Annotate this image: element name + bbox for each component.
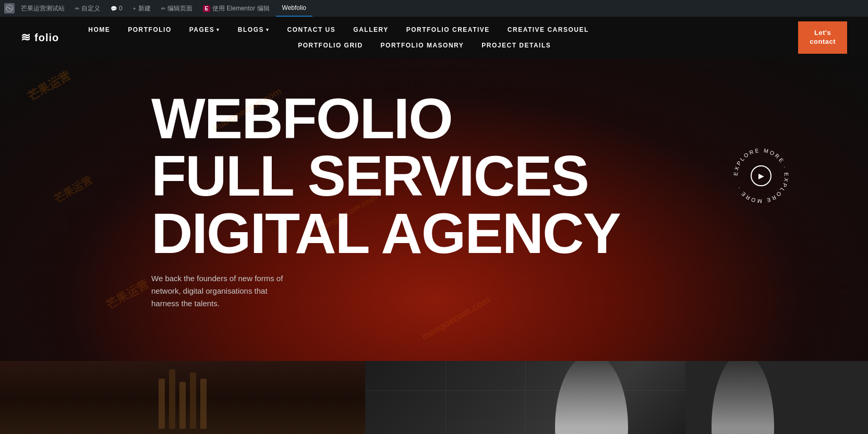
nav-top-row: HOME PORTFOLIO PAGES ▾ BLOGS ▾ CONTACT U… [80, 23, 788, 39]
wp-admin-bar: 芒果运营测试站 ✏ 自定义 💬 0 + 新建 ✏ 编辑页面 E 使用 Eleme… [0, 0, 868, 17]
bottom-image-left [0, 361, 365, 434]
logo-text: folio [34, 32, 59, 44]
nav-bottom-row: PORTFOLIO GRID PORTFOLIO MASONRY PROJECT… [80, 39, 788, 52]
admin-new-post[interactable]: + 新建 [129, 0, 155, 17]
hero-subtitle: We back the founders of new forms of net… [151, 272, 297, 310]
main-nav: HOME PORTFOLIO PAGES ▾ BLOGS ▾ CONTACT U… [80, 23, 788, 52]
admin-customize[interactable]: ✏ 自定义 [71, 0, 104, 17]
nav-portfolio-creative[interactable]: PORTFOLIO CREATIVE [398, 23, 498, 37]
bottom-image-section [0, 361, 868, 434]
hero-content: WEBFOLIO FULL SERVICES DIGITAL AGENCY We… [151, 90, 620, 310]
nav-contact-us[interactable]: CONTACT US [279, 23, 344, 37]
admin-site-name[interactable]: 芒果运营测试站 [17, 0, 69, 17]
explore-more-circle[interactable]: EXPLORE MORE · EXPLORE MORE · ▶ [727, 142, 795, 210]
pages-dropdown-arrow: ▾ [216, 27, 220, 32]
admin-comments[interactable]: 💬 0 [106, 0, 127, 17]
bottom-image-center [365, 361, 685, 434]
nav-gallery[interactable]: GALLERY [345, 23, 396, 37]
nav-pages[interactable]: PAGES ▾ [181, 23, 228, 37]
nav-row: HOME PORTFOLIO PAGES ▾ BLOGS ▾ CONTACT U… [80, 23, 788, 52]
nav-portfolio-grid[interactable]: PORTFOLIO GRID [290, 39, 371, 52]
logo-area[interactable]: ≋ folio [21, 31, 59, 44]
hero-section: WEBFOLIO FULL SERVICES DIGITAL AGENCY We… [0, 58, 868, 361]
admin-edit-page[interactable]: ✏ 编辑页面 [157, 0, 197, 17]
logo-icon: ≋ [21, 31, 30, 44]
bottom-image-right [685, 361, 868, 434]
nav-creative-carsouel[interactable]: CREATIVE CARSOUEL [499, 23, 597, 37]
admin-active-tab[interactable]: Webfolio [276, 0, 312, 17]
site-header: ≋ folio HOME PORTFOLIO PAGES ▾ BLOGS ▾ C… [0, 17, 868, 58]
nav-portfolio[interactable]: PORTFOLIO [119, 23, 180, 37]
lets-contact-button[interactable]: Let's contact [798, 21, 847, 54]
wp-logo-icon[interactable] [4, 3, 15, 14]
hero-title: WEBFOLIO FULL SERVICES DIGITAL AGENCY [151, 90, 620, 262]
explore-play-button[interactable]: ▶ [751, 165, 771, 186]
svg-point-1 [9, 8, 10, 9]
nav-portfolio-masonry[interactable]: PORTFOLIO MASONRY [372, 39, 473, 52]
nav-project-details[interactable]: PROJECT DETAILS [473, 39, 559, 52]
blogs-dropdown-arrow: ▾ [266, 27, 270, 32]
admin-elementor[interactable]: E 使用 Elementor 编辑 [199, 0, 274, 17]
nav-blogs[interactable]: BLOGS ▾ [230, 23, 278, 37]
nav-home[interactable]: HOME [80, 23, 118, 37]
